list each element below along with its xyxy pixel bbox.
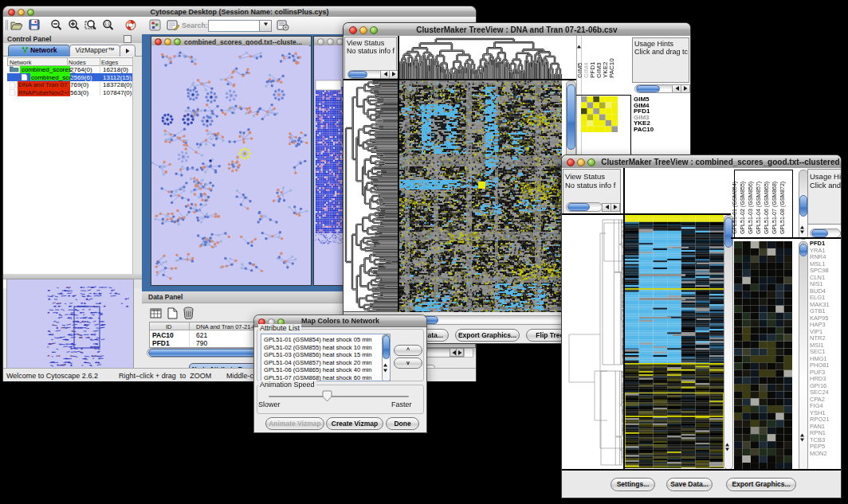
svg-text:1:1: 1:1	[104, 21, 110, 26]
